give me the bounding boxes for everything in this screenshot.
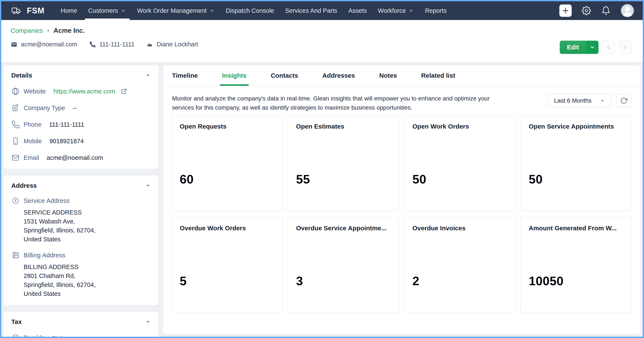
kpi-card-bottom-spacer <box>412 288 507 313</box>
email-icon <box>11 153 24 162</box>
breadcrumb-companies-link[interactable]: Companies <box>11 27 43 34</box>
kpi-card-bottom-spacer <box>296 186 391 211</box>
user-avatar[interactable] <box>620 4 634 18</box>
nav-item-label: Customers <box>88 7 118 14</box>
breadcrumb-arrow-icon <box>46 28 50 33</box>
refresh-button[interactable] <box>616 94 632 108</box>
kpi-card[interactable]: Amount Generated From W... 10050 <box>520 217 632 313</box>
navbar-actions <box>559 4 634 18</box>
insights-description: Monitor and analyze the company's data i… <box>172 94 508 112</box>
billing-address-label-row[interactable]: Billing Address <box>11 251 151 259</box>
record-header: Companies Acme Inc. acme@noemail.com 111… <box>1 20 643 62</box>
service-address-label-row[interactable]: Service Address <box>11 196 151 205</box>
chevron-down-icon <box>589 44 595 50</box>
kpi-card-value: 3 <box>296 274 391 288</box>
settings-button[interactable] <box>582 6 591 16</box>
billing-address-group: Billing Address BILLING ADDRESS2801 Chat… <box>11 251 151 298</box>
nav-item[interactable]: Work Order Management <box>134 1 218 20</box>
details-title: Details <box>11 72 32 79</box>
tab[interactable]: Addresses <box>322 65 355 86</box>
service-address-group: Service Address SERVICE ADDRESS1531 Waba… <box>11 196 151 244</box>
service-address-label: Service Address <box>24 197 70 204</box>
field-value: true <box>52 334 63 337</box>
collapse-caret-icon[interactable] <box>145 183 151 188</box>
external-link-icon[interactable] <box>120 88 128 95</box>
address-line: United States <box>24 289 151 298</box>
collapse-caret-icon[interactable] <box>145 319 151 324</box>
period-filter-dropdown[interactable]: Last 6 Months <box>548 94 612 108</box>
kpi-card[interactable]: Open Requests 60 <box>171 115 283 211</box>
website-link[interactable]: https://www.acme.com <box>54 88 115 95</box>
kpi-card[interactable]: Open Work Orders 50 <box>404 115 516 211</box>
kpi-card[interactable]: Overdue Work Orders 5 <box>171 217 283 313</box>
chevron-left-icon <box>605 44 612 51</box>
field-value: 9018921874 <box>49 138 84 145</box>
tab[interactable]: Notes <box>379 65 397 86</box>
tab[interactable]: Insights <box>222 65 246 86</box>
tab[interactable]: Contacts <box>271 65 298 86</box>
next-record-button[interactable] <box>618 41 632 54</box>
field-label: Mobile <box>24 138 42 145</box>
address-line: Springfield, Illinois, 62704, <box>24 226 151 235</box>
add-button[interactable] <box>559 5 572 17</box>
nav-item[interactable]: Reports <box>422 1 450 20</box>
insights-header: Monitor and analyze the company's data i… <box>163 86 640 112</box>
tab[interactable]: Timeline <box>172 65 198 86</box>
previous-record-button[interactable] <box>602 41 615 54</box>
tab-label: Related list <box>421 72 455 79</box>
kpi-card[interactable]: Overdue Invoices 2 <box>404 217 516 313</box>
detail-row-email: Email acme@noemail.com <box>11 153 151 162</box>
kpi-card-title: Overdue Work Orders <box>180 225 274 232</box>
nav-item-label: Work Order Management <box>137 7 207 14</box>
kpi-card-bottom-spacer <box>180 288 274 313</box>
bell-icon <box>601 6 610 15</box>
kpi-card-spacer <box>296 130 391 172</box>
chevron-down-icon <box>408 8 414 14</box>
nav-item[interactable]: Assets <box>345 1 370 20</box>
page-title: Acme Inc. <box>54 27 85 35</box>
nav-item[interactable]: Customers <box>85 1 130 20</box>
record-contact-person: Diane Lockhart <box>146 41 198 48</box>
nav-item[interactable]: Home <box>57 1 80 20</box>
kpi-card[interactable]: Open Estimates 55 <box>288 115 399 211</box>
nav-item-label: Assets <box>348 7 367 14</box>
collapse-caret-icon[interactable] <box>145 73 151 78</box>
nav-item[interactable]: Workforce <box>374 1 418 20</box>
detail-row-website: Website https://www.acme.com <box>11 87 151 96</box>
address-header: Address <box>11 182 151 189</box>
field-label: Website <box>24 88 46 95</box>
kpi-card-bottom-spacer <box>296 288 391 313</box>
edit-dropdown-button[interactable] <box>586 41 598 54</box>
tax-title: Tax <box>11 318 22 325</box>
tab-label: Addresses <box>322 72 355 79</box>
field-label: Taxable <box>24 334 45 337</box>
app-logo[interactable]: FSM <box>11 6 44 15</box>
nav-item[interactable]: Services And Parts <box>282 1 341 20</box>
kpi-card[interactable]: Overdue Service Appointme... 3 <box>288 217 399 313</box>
field-label: Email <box>24 154 39 161</box>
kpi-card-value: 2 <box>412 274 507 288</box>
nav-item[interactable]: Dispatch Console <box>222 1 277 20</box>
kpi-card-spacer <box>529 232 623 274</box>
tab[interactable]: Related list <box>421 65 455 86</box>
top-navbar: FSM Home Customers Work Order Management <box>1 1 643 20</box>
field-value: acme@noemail.com <box>47 154 103 161</box>
details-section: Details Website https://www.acme.com Com <box>4 65 159 169</box>
edit-button[interactable]: Edit <box>560 41 586 54</box>
notifications-button[interactable] <box>601 6 611 16</box>
record-sidebar: Details Website https://www.acme.com Com <box>4 65 159 334</box>
kpi-card-value: 60 <box>180 172 274 186</box>
record-actions: Edit <box>560 41 632 54</box>
kpi-card[interactable]: Open Service Appointments 50 <box>520 115 632 211</box>
address-line: Springfield, Illinois, 62704, <box>24 280 151 289</box>
dropdown-caret-icon <box>600 98 605 103</box>
address-line: 1531 Wabash Ave, <box>24 217 151 226</box>
tab-label: Notes <box>379 72 397 79</box>
kpi-card-bottom-spacer <box>412 186 507 211</box>
nav-item-label: Workforce <box>378 7 406 14</box>
field-value: 111-111-1111 <box>49 121 84 128</box>
detail-row-phone: Phone 111-111-1111 <box>11 120 151 129</box>
kpi-card-title: Open Estimates <box>296 123 391 130</box>
record-contact-value: Diane Lockhart <box>156 41 198 48</box>
tab-label: Insights <box>222 72 246 79</box>
